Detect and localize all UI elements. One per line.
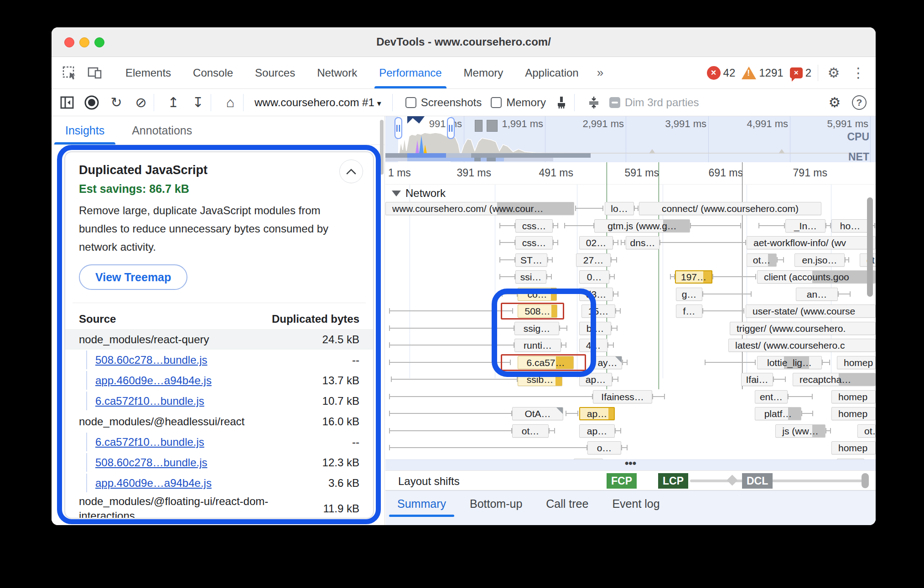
screenshots-checkbox[interactable] [405,97,416,108]
network-request-bar[interactable]: ST… [515,253,547,267]
network-request-bar[interactable]: www.coursehero.com/ (www.cour… [385,202,574,215]
table-row[interactable]: app.460d9e…a94b4e.js3.6 kB [65,473,373,493]
tab-performance[interactable]: Performance [368,57,452,88]
network-request-bar[interactable]: ssib… [518,373,562,386]
network-request-bar[interactable]: css… [515,219,553,232]
timeline-overview[interactable]: 991 ms1,991 ms2,991 ms3,991 ms4,991 ms5,… [385,116,876,162]
source-file-link[interactable]: 6.ca572f10…bundle.js [86,433,347,451]
network-request-bar[interactable]: 27… [576,253,611,267]
more-tabs-button[interactable]: » [590,66,612,80]
network-request-bar[interactable]: js (ww… [775,424,825,438]
network-request-bar[interactable]: connect/ (www.coursehero.com) [639,202,821,215]
duplicated-js-insight-card[interactable]: Duplicated JavaScript Est savings: 86.7 … [64,151,374,519]
settings-gear-icon[interactable]: ⚙ [825,64,843,82]
network-request-bar[interactable]: Ifainess… [593,390,652,403]
network-request-bar[interactable]: homep [831,407,876,420]
tab-application[interactable]: Application [514,57,589,88]
network-request-bar[interactable]: ssig… [514,322,559,335]
source-file-link[interactable]: 6.ca572f10…bundle.js [86,392,317,410]
network-request-bar[interactable]: ap… [579,424,615,438]
lcp-marker-badge[interactable]: LCP [658,473,688,489]
network-request-bar[interactable]: ssi… [515,270,546,284]
inspect-element-icon[interactable] [62,65,77,81]
issues-badge[interactable]: × 2 [790,67,811,79]
network-request-bar[interactable]: css… [515,236,553,249]
source-file-link[interactable]: app.460d9e…a94b4e.js [86,474,323,492]
network-request-bar[interactable]: 197… [675,270,712,284]
network-request-bar[interactable]: ot… [747,253,777,267]
network-request-bar[interactable]: homep [831,390,876,403]
network-request-bar[interactable]: user-state/ (www.course [746,304,876,318]
selection-handle-right[interactable]: || [447,117,455,139]
reload-record-button[interactable]: ↻ [107,93,125,112]
network-request-bar[interactable]: en.jso… [794,253,845,267]
table-row[interactable]: node_modules/@floating-ui/react-dom-inte… [65,493,373,519]
table-row[interactable]: 508.60c278…bundle.js-- [65,350,373,370]
tab-memory[interactable]: Memory [453,57,514,88]
network-request-bar[interactable]: aet-workflow-info/ (wv [747,236,876,249]
tab-elements[interactable]: Elements [114,57,182,88]
table-row[interactable]: node_modules/@headlessui/react16.0 kB [65,411,373,432]
network-request-bar[interactable]: homep [831,441,876,454]
network-request-bar[interactable]: ho… [831,219,869,232]
more-rows-ellipsis[interactable]: ••• [385,459,876,470]
network-request-bar[interactable]: ent… [755,390,788,403]
save-profile-icon[interactable]: ↧ [189,93,207,112]
network-request-bar[interactable]: ap… [579,373,612,386]
dcl-marker-badge[interactable]: DCL [742,473,773,489]
network-request-bar[interactable]: lo… [605,202,634,215]
network-request-bar[interactable]: 4… [579,339,607,352]
network-request-bar[interactable]: ot… [857,424,876,438]
network-request-bar[interactable]: 508… [518,304,557,318]
load-profile-icon[interactable]: ↥ [164,93,182,112]
tab-network[interactable]: Network [306,57,368,88]
details-tab-event-log[interactable]: Event log [600,491,671,525]
network-request-bar[interactable]: co… [518,288,557,301]
waterfall-scrollbar[interactable] [867,197,873,297]
fcp-marker-badge[interactable]: FCP [607,473,637,489]
details-tab-bottom-up[interactable]: Bottom-up [458,491,534,525]
network-request-bar[interactable]: o… [587,441,621,454]
details-tab-call-tree[interactable]: Call tree [534,491,600,525]
capture-settings-gear-icon[interactable]: ⚙ [825,93,844,112]
clear-button[interactable]: ⊘ [132,93,150,112]
kebab-menu-icon[interactable]: ⋮ [849,64,867,82]
collapse-tracks-icon[interactable] [585,93,603,112]
selection-handle-left[interactable]: || [395,117,402,139]
tab-sources[interactable]: Sources [244,57,306,88]
tab-console[interactable]: Console [182,57,244,88]
network-request-bar[interactable]: dns… [626,236,659,249]
home-icon[interactable]: ⌂ [221,93,239,112]
sidebar-scrollbar[interactable] [380,120,384,175]
network-request-bar[interactable]: d3… [579,288,613,301]
gc-brush-icon[interactable] [552,93,571,112]
memory-checkbox[interactable] [491,97,502,108]
network-request-bar[interactable]: lottie_lig… [757,356,822,369]
source-file-link[interactable]: 508.60c278…bundle.js [86,453,317,472]
network-request-bar[interactable]: ot… [837,459,864,459]
sidebar-tab-annotations[interactable]: Annotations [118,116,206,144]
toggle-sidebar-icon[interactable] [58,93,76,112]
network-request-bar[interactable]: Ifai… [741,373,773,386]
network-request-bar[interactable]: runti… [514,339,561,352]
network-request-bar[interactable]: ay… [593,356,622,369]
source-file-link[interactable]: app.460d9e…a94b4e.js [86,371,317,390]
details-tab-summary[interactable]: Summary [385,491,458,525]
network-request-bar[interactable]: homep [837,356,876,369]
network-request-bar[interactable]: 15… [581,304,615,318]
target-selector[interactable]: www.coursehero.com #1▾ [254,96,381,109]
table-row[interactable]: 6.ca572f10…bundle.js-- [65,432,373,452]
network-request-bar[interactable]: l… [574,459,603,459]
network-request-bar[interactable]: recaptcha… [793,373,876,386]
network-request-bar[interactable]: trigger/ (www.coursehero. [730,322,876,335]
sidebar-tab-insights[interactable]: Insights [52,116,118,144]
network-request-bar[interactable]: ap… [579,407,615,420]
network-request-bar[interactable]: platf… [755,407,801,420]
dim-3rd-parties-toggle[interactable] [609,97,620,108]
network-request-bar[interactable]: g… [676,288,702,301]
view-treemap-button[interactable]: View Treemap [79,264,187,290]
source-file-link[interactable]: 508.60c278…bundle.js [86,351,347,369]
table-row[interactable]: app.460d9e…a94b4e.js13.7 kB [65,370,373,391]
network-request-bar[interactable]: client (accounts.goo [757,270,876,284]
record-button[interactable] [83,93,101,112]
